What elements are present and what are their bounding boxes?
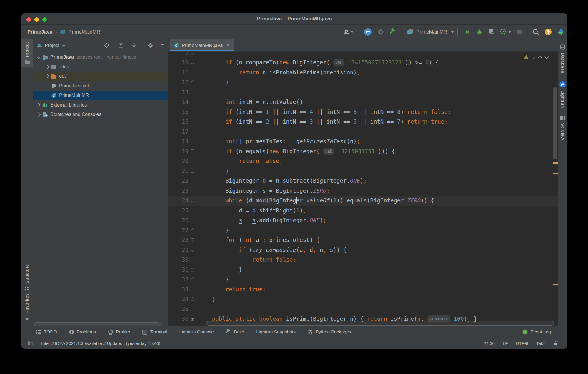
vcs-update-button[interactable]	[377, 28, 384, 36]
line-number[interactable]: 16	[168, 117, 189, 127]
line-number[interactable]: 21	[168, 166, 189, 176]
breadcrumb-target[interactable]: PrimeMainMR	[69, 29, 100, 35]
profiler-run-button[interactable]	[500, 29, 511, 35]
line-number[interactable]: 27	[168, 225, 189, 235]
line-number[interactable]: 13	[168, 87, 189, 97]
unlock-icon[interactable]	[553, 340, 558, 346]
next-problem-button[interactable]	[544, 55, 549, 59]
vcs-users-button[interactable]	[343, 29, 354, 35]
editor-tab[interactable]: C PrimeMainMR.java ×	[170, 39, 234, 51]
line-number[interactable]: 22	[168, 176, 189, 186]
tool-window-tab-lightrun-console[interactable]: Lightrun Console	[179, 329, 214, 335]
line-number[interactable]: 33	[168, 285, 189, 295]
code-line-20[interactable]: 20 return false;	[168, 156, 558, 166]
fold-close-icon[interactable]	[191, 80, 194, 84]
tool-window-tab-favorites[interactable]: Favorites	[24, 293, 30, 313]
collapse-all-button[interactable]	[131, 42, 137, 48]
line-number[interactable]: 26	[168, 215, 189, 225]
tool-window-switcher-icon[interactable]	[28, 341, 34, 346]
tree-item--idea[interactable]: .idea	[33, 62, 168, 72]
fold-open-icon[interactable]	[191, 149, 194, 153]
line-number[interactable]: 23	[168, 186, 189, 196]
warning-stripe-mark[interactable]	[553, 284, 558, 285]
file-encoding[interactable]: UTF-8	[516, 341, 528, 346]
tool-window-tab-profiler[interactable]: Profiler	[108, 329, 130, 335]
line-number[interactable]: 31	[168, 265, 189, 275]
code-line-24[interactable]: 24 while (d.mod(BigInteger.valueOf(2)).e…	[168, 196, 558, 206]
code-area[interactable]: 910 if (n.compareTo(new BigInteger( val:…	[168, 48, 558, 324]
editor-horizontal-scrollbar[interactable]	[206, 321, 554, 326]
tree-item-scratches-and-consoles[interactable]: Scratches and Consoles	[33, 110, 168, 119]
code-line-14[interactable]: 14 int intN = n.intValue()	[168, 97, 558, 107]
code-line-15[interactable]: 15 if (intN == 1 || intN == 4 || intN ==…	[168, 107, 558, 117]
lightrun-run-button[interactable]	[488, 29, 495, 35]
code-line-26[interactable]: 26 s = s.add(BigInteger.ONE);	[168, 215, 558, 225]
code-line-27[interactable]: 27 }	[168, 225, 558, 235]
code-line-29[interactable]: 29 if (try_composite(a, d, n, s)) {	[168, 245, 558, 255]
run-button[interactable]	[464, 29, 471, 35]
tool-window-tab-python-packages[interactable]: Python Packages	[308, 329, 351, 335]
tree-item-primemainmr[interactable]: CPrimeMainMR	[33, 91, 168, 100]
update-available-button[interactable]	[544, 28, 552, 36]
line-number[interactable]: 35	[168, 304, 189, 314]
status-message[interactable]: IntelliJ IDEA 2021.1.3 available // Upda…	[41, 341, 160, 346]
code-line-33[interactable]: 33 return true;	[168, 285, 558, 295]
code-line-22[interactable]: 22 BigInteger d = n.subtract(BigInteger.…	[168, 176, 558, 186]
fold-open-icon[interactable]	[191, 61, 194, 64]
code-line-25[interactable]: 25 d = d.shiftRight(1);	[168, 206, 558, 216]
code-line-12[interactable]: 12 }	[168, 77, 558, 87]
fold-close-icon[interactable]	[191, 277, 194, 281]
line-number[interactable]: 30	[168, 255, 189, 265]
line-number[interactable]: 18	[168, 137, 189, 147]
code-line-30[interactable]: 30 return false;	[168, 255, 558, 265]
line-number[interactable]: 24	[168, 196, 189, 206]
fold-close-icon[interactable]	[191, 268, 194, 272]
code-line-34[interactable]: 34 }	[168, 294, 558, 304]
tree-item-out[interactable]: out	[33, 72, 168, 81]
line-number[interactable]: 11	[168, 68, 189, 78]
code-with-me-button[interactable]	[364, 28, 372, 36]
expand-all-button[interactable]	[118, 42, 124, 48]
tool-window-tab-project[interactable]: Project	[21, 39, 33, 67]
tool-window-tab-event-log[interactable]: 1 Event Log	[522, 329, 551, 335]
line-number[interactable]: 34	[168, 294, 189, 304]
tool-window-tab-database[interactable]: Database	[560, 44, 565, 73]
line-number[interactable]: 32	[168, 275, 189, 285]
fold-close-icon[interactable]	[191, 297, 194, 301]
editor-vertical-scrollbar[interactable]	[553, 87, 557, 159]
line-number[interactable]: 29	[168, 245, 189, 255]
run-configuration-combo[interactable]: PrimeMainMR	[404, 27, 458, 37]
tree-item-primejava-iml[interactable]: PrimeJava.iml	[33, 81, 168, 91]
search-everywhere-button[interactable]	[532, 29, 539, 35]
tree-item-primejava[interactable]: PrimeJavasources root, ~/temp/PrimeJa	[33, 52, 168, 62]
code-line-10[interactable]: 10 if (n.compareTo(new BigInteger( val: …	[168, 58, 558, 68]
inspections-widget[interactable]: 3	[524, 54, 548, 59]
line-number[interactable]: 10	[168, 58, 189, 68]
tool-window-tab-problems[interactable]: Problems	[69, 329, 96, 335]
line-number[interactable]: 12	[168, 77, 189, 87]
tool-window-tab-sciview[interactable]: SciView	[560, 116, 565, 140]
project-view-selector[interactable]: Project	[45, 39, 65, 52]
code-line-16[interactable]: 16 if (intN == 2 || intN == 3 || intN ==…	[168, 117, 558, 127]
line-number[interactable]: 36	[168, 314, 189, 324]
line-number[interactable]: 17	[168, 127, 189, 137]
code-line-18[interactable]: 18 int[] primesToTest = getPrimesToTest(…	[168, 137, 558, 147]
tool-window-tab-terminal[interactable]: Terminal	[142, 329, 167, 335]
line-ending[interactable]: LF	[503, 341, 508, 346]
close-tab-icon[interactable]: ×	[226, 42, 229, 48]
code-line-31[interactable]: 31 }	[168, 265, 558, 275]
fold-close-icon[interactable]	[191, 169, 194, 173]
code-line-35[interactable]: 35	[168, 304, 558, 314]
gear-icon[interactable]	[147, 42, 154, 49]
line-number[interactable]: 28	[168, 235, 189, 245]
tree-item-external-libraries[interactable]: External Libraries	[33, 100, 168, 110]
tool-window-tab-structure[interactable]: Structure	[24, 264, 30, 284]
indent-style[interactable]: Tab*	[536, 341, 545, 346]
line-number[interactable]: 14	[168, 97, 189, 107]
tool-window-tab-lightrun[interactable]: Lightrun	[559, 81, 566, 108]
project-horizontal-scrollbar[interactable]	[34, 322, 161, 326]
line-number[interactable]: 25	[168, 206, 189, 216]
caret-position[interactable]: 24:30	[484, 341, 495, 346]
code-line-13[interactable]: 13	[168, 87, 558, 97]
code-line-19[interactable]: 19 if (n.equals(new BigInteger( val: "32…	[168, 147, 558, 157]
